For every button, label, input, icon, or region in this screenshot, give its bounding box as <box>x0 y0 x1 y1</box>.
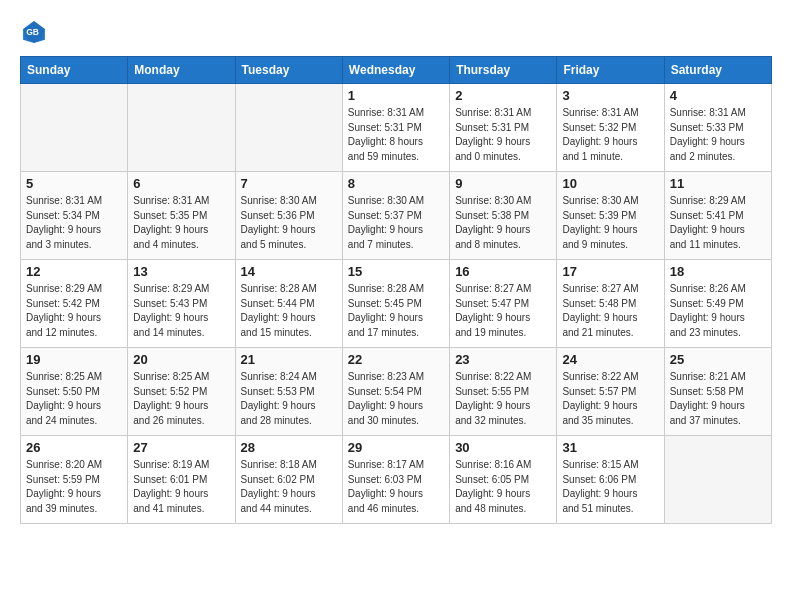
day-info: Sunrise: 8:29 AMSunset: 5:42 PMDaylight:… <box>26 282 122 340</box>
day-info: Sunrise: 8:27 AMSunset: 5:47 PMDaylight:… <box>455 282 551 340</box>
day-cell: 10Sunrise: 8:30 AMSunset: 5:39 PMDayligh… <box>557 172 664 260</box>
day-cell: 19Sunrise: 8:25 AMSunset: 5:50 PMDayligh… <box>21 348 128 436</box>
day-info: Sunrise: 8:26 AMSunset: 5:49 PMDaylight:… <box>670 282 766 340</box>
day-cell: 28Sunrise: 8:18 AMSunset: 6:02 PMDayligh… <box>235 436 342 524</box>
day-number: 10 <box>562 176 658 191</box>
week-row-3: 12Sunrise: 8:29 AMSunset: 5:42 PMDayligh… <box>21 260 772 348</box>
week-row-5: 26Sunrise: 8:20 AMSunset: 5:59 PMDayligh… <box>21 436 772 524</box>
day-number: 16 <box>455 264 551 279</box>
day-info: Sunrise: 8:27 AMSunset: 5:48 PMDaylight:… <box>562 282 658 340</box>
day-number: 22 <box>348 352 444 367</box>
day-cell: 22Sunrise: 8:23 AMSunset: 5:54 PMDayligh… <box>342 348 449 436</box>
day-cell: 13Sunrise: 8:29 AMSunset: 5:43 PMDayligh… <box>128 260 235 348</box>
day-cell: 9Sunrise: 8:30 AMSunset: 5:38 PMDaylight… <box>450 172 557 260</box>
day-info: Sunrise: 8:31 AMSunset: 5:33 PMDaylight:… <box>670 106 766 164</box>
day-cell: 1Sunrise: 8:31 AMSunset: 5:31 PMDaylight… <box>342 84 449 172</box>
day-number: 21 <box>241 352 337 367</box>
day-cell: 25Sunrise: 8:21 AMSunset: 5:58 PMDayligh… <box>664 348 771 436</box>
header: GB <box>20 18 772 46</box>
day-cell <box>235 84 342 172</box>
page: GB SundayMondayTuesdayWednesdayThursdayF… <box>0 0 792 542</box>
day-info: Sunrise: 8:29 AMSunset: 5:41 PMDaylight:… <box>670 194 766 252</box>
day-info: Sunrise: 8:30 AMSunset: 5:36 PMDaylight:… <box>241 194 337 252</box>
day-cell: 27Sunrise: 8:19 AMSunset: 6:01 PMDayligh… <box>128 436 235 524</box>
day-number: 28 <box>241 440 337 455</box>
day-info: Sunrise: 8:21 AMSunset: 5:58 PMDaylight:… <box>670 370 766 428</box>
day-cell: 14Sunrise: 8:28 AMSunset: 5:44 PMDayligh… <box>235 260 342 348</box>
day-number: 7 <box>241 176 337 191</box>
day-cell: 4Sunrise: 8:31 AMSunset: 5:33 PMDaylight… <box>664 84 771 172</box>
day-info: Sunrise: 8:22 AMSunset: 5:57 PMDaylight:… <box>562 370 658 428</box>
day-info: Sunrise: 8:31 AMSunset: 5:32 PMDaylight:… <box>562 106 658 164</box>
day-cell: 21Sunrise: 8:24 AMSunset: 5:53 PMDayligh… <box>235 348 342 436</box>
day-info: Sunrise: 8:23 AMSunset: 5:54 PMDaylight:… <box>348 370 444 428</box>
day-cell: 26Sunrise: 8:20 AMSunset: 5:59 PMDayligh… <box>21 436 128 524</box>
day-info: Sunrise: 8:30 AMSunset: 5:37 PMDaylight:… <box>348 194 444 252</box>
day-cell: 24Sunrise: 8:22 AMSunset: 5:57 PMDayligh… <box>557 348 664 436</box>
weekday-header-tuesday: Tuesday <box>235 57 342 84</box>
day-number: 19 <box>26 352 122 367</box>
day-info: Sunrise: 8:22 AMSunset: 5:55 PMDaylight:… <box>455 370 551 428</box>
day-cell: 29Sunrise: 8:17 AMSunset: 6:03 PMDayligh… <box>342 436 449 524</box>
day-cell: 30Sunrise: 8:16 AMSunset: 6:05 PMDayligh… <box>450 436 557 524</box>
day-number: 13 <box>133 264 229 279</box>
day-number: 30 <box>455 440 551 455</box>
day-number: 3 <box>562 88 658 103</box>
day-info: Sunrise: 8:20 AMSunset: 5:59 PMDaylight:… <box>26 458 122 516</box>
day-info: Sunrise: 8:31 AMSunset: 5:31 PMDaylight:… <box>455 106 551 164</box>
day-cell: 23Sunrise: 8:22 AMSunset: 5:55 PMDayligh… <box>450 348 557 436</box>
day-info: Sunrise: 8:28 AMSunset: 5:44 PMDaylight:… <box>241 282 337 340</box>
day-cell: 8Sunrise: 8:30 AMSunset: 5:37 PMDaylight… <box>342 172 449 260</box>
week-row-1: 1Sunrise: 8:31 AMSunset: 5:31 PMDaylight… <box>21 84 772 172</box>
day-number: 29 <box>348 440 444 455</box>
day-cell: 16Sunrise: 8:27 AMSunset: 5:47 PMDayligh… <box>450 260 557 348</box>
day-info: Sunrise: 8:25 AMSunset: 5:52 PMDaylight:… <box>133 370 229 428</box>
weekday-header-saturday: Saturday <box>664 57 771 84</box>
day-info: Sunrise: 8:17 AMSunset: 6:03 PMDaylight:… <box>348 458 444 516</box>
weekday-header-monday: Monday <box>128 57 235 84</box>
day-number: 24 <box>562 352 658 367</box>
day-cell: 12Sunrise: 8:29 AMSunset: 5:42 PMDayligh… <box>21 260 128 348</box>
day-number: 1 <box>348 88 444 103</box>
day-number: 17 <box>562 264 658 279</box>
day-number: 11 <box>670 176 766 191</box>
day-number: 27 <box>133 440 229 455</box>
day-info: Sunrise: 8:31 AMSunset: 5:31 PMDaylight:… <box>348 106 444 164</box>
day-cell: 20Sunrise: 8:25 AMSunset: 5:52 PMDayligh… <box>128 348 235 436</box>
weekday-header-thursday: Thursday <box>450 57 557 84</box>
day-info: Sunrise: 8:31 AMSunset: 5:35 PMDaylight:… <box>133 194 229 252</box>
day-number: 26 <box>26 440 122 455</box>
week-row-2: 5Sunrise: 8:31 AMSunset: 5:34 PMDaylight… <box>21 172 772 260</box>
day-number: 31 <box>562 440 658 455</box>
day-cell: 15Sunrise: 8:28 AMSunset: 5:45 PMDayligh… <box>342 260 449 348</box>
svg-text:GB: GB <box>26 27 39 37</box>
calendar: SundayMondayTuesdayWednesdayThursdayFrid… <box>20 56 772 524</box>
weekday-header-friday: Friday <box>557 57 664 84</box>
day-number: 5 <box>26 176 122 191</box>
day-info: Sunrise: 8:30 AMSunset: 5:39 PMDaylight:… <box>562 194 658 252</box>
logo: GB <box>20 18 52 46</box>
day-number: 9 <box>455 176 551 191</box>
day-cell <box>21 84 128 172</box>
day-number: 2 <box>455 88 551 103</box>
day-info: Sunrise: 8:18 AMSunset: 6:02 PMDaylight:… <box>241 458 337 516</box>
day-number: 12 <box>26 264 122 279</box>
day-info: Sunrise: 8:29 AMSunset: 5:43 PMDaylight:… <box>133 282 229 340</box>
day-number: 18 <box>670 264 766 279</box>
day-cell: 2Sunrise: 8:31 AMSunset: 5:31 PMDaylight… <box>450 84 557 172</box>
week-row-4: 19Sunrise: 8:25 AMSunset: 5:50 PMDayligh… <box>21 348 772 436</box>
day-number: 25 <box>670 352 766 367</box>
weekday-header-wednesday: Wednesday <box>342 57 449 84</box>
day-cell: 7Sunrise: 8:30 AMSunset: 5:36 PMDaylight… <box>235 172 342 260</box>
day-number: 20 <box>133 352 229 367</box>
day-number: 14 <box>241 264 337 279</box>
logo-icon: GB <box>20 18 48 46</box>
day-info: Sunrise: 8:28 AMSunset: 5:45 PMDaylight:… <box>348 282 444 340</box>
day-info: Sunrise: 8:31 AMSunset: 5:34 PMDaylight:… <box>26 194 122 252</box>
weekday-header-sunday: Sunday <box>21 57 128 84</box>
day-cell: 5Sunrise: 8:31 AMSunset: 5:34 PMDaylight… <box>21 172 128 260</box>
day-cell: 3Sunrise: 8:31 AMSunset: 5:32 PMDaylight… <box>557 84 664 172</box>
day-info: Sunrise: 8:15 AMSunset: 6:06 PMDaylight:… <box>562 458 658 516</box>
day-number: 8 <box>348 176 444 191</box>
day-cell <box>128 84 235 172</box>
